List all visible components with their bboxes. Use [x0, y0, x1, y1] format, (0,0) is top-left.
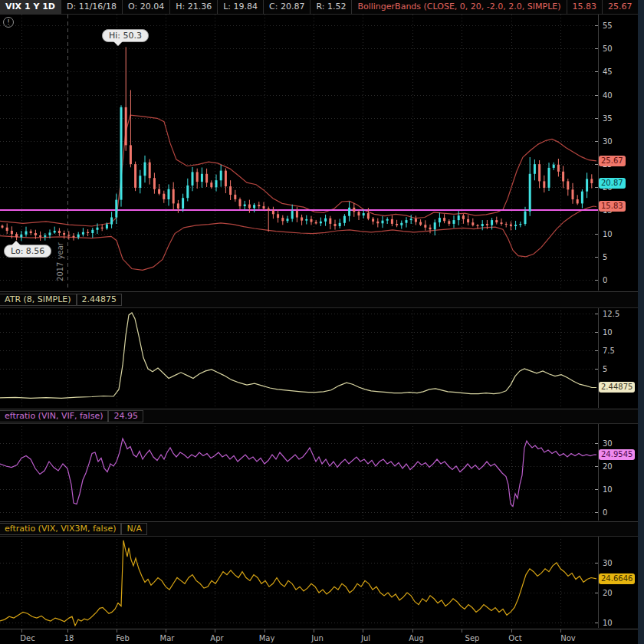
y-tick-label: 10: [603, 328, 613, 337]
indicator-line: [0, 540, 596, 626]
atr-pane-header: ATR (8, SIMPLE) 2.44875: [0, 291, 638, 308]
y-tick-label: 40: [603, 91, 613, 100]
atr-study-label[interactable]: ATR (8, SIMPLE): [0, 294, 77, 306]
atr-study-value: 2.44875: [77, 294, 123, 306]
upper-band-axis-bubble: 25.67: [599, 156, 626, 166]
last-price-axis-bubble: 20.87: [599, 178, 626, 189]
candles-series: [2, 47, 593, 241]
year-divider-label: 2017 year: [56, 238, 64, 287]
high-readout: H: 21.36: [170, 0, 218, 14]
indicator-line: [0, 313, 596, 398]
chart-header-bar: VIX 1 Y 1D D: 11/16/18 O: 20.04 H: 21.36…: [0, 0, 638, 15]
info-icon[interactable]: !: [3, 17, 14, 28]
vix-vix3m-study-value: N/A: [121, 523, 146, 535]
y-tick-label: 20: [603, 462, 613, 471]
y-tick-label: 12.5: [603, 310, 619, 318]
y-tick-label: 5: [603, 253, 607, 261]
low-callout: Lo: 8.56: [4, 245, 51, 258]
y-tick-label: 50: [603, 44, 613, 53]
indicator-line: [0, 439, 596, 507]
vin-vif-study-label[interactable]: eftratio (VIN, VIF, false): [0, 410, 108, 422]
y-tick-label: 55: [603, 21, 613, 30]
bollinger-upper-readout: 25.67: [603, 0, 639, 14]
bollinger-lower-readout: 15.83: [567, 0, 603, 14]
y-tick-label: 30: [603, 439, 613, 448]
y-tick-label: 0: [603, 276, 607, 284]
vin-vif-ratio-pane-header: eftratio (VIN, VIF, false) 24.95: [0, 409, 638, 424]
y-tick-label: 0: [603, 508, 607, 517]
y-tick-label: 10: [603, 485, 613, 494]
y-tick-label: 30: [603, 559, 613, 567]
y-tick-label: 7.5: [603, 347, 615, 355]
atr-axis-bubble: 2.44875: [599, 382, 635, 393]
high-callout: Hi: 50.3: [102, 29, 149, 42]
y-tick-label: 35: [603, 114, 613, 123]
pane-3[interactable]: 102030: [0, 536, 613, 628]
open-readout: O: 20.04: [123, 0, 170, 14]
lower-band-axis-bubble: 15.83: [599, 201, 626, 212]
low-readout: L: 19.84: [218, 0, 264, 14]
y-tick-label: 10: [603, 230, 613, 238]
y-tick-label: 45: [603, 67, 613, 76]
vix-vix3m-axis-bubble: 24.6646: [599, 573, 635, 584]
y-tick-label: 30: [603, 137, 613, 146]
bollinger-lower-band: [0, 206, 596, 270]
range-readout: R: 1.52: [310, 0, 352, 14]
pane-2[interactable]: 0102030: [0, 423, 613, 521]
trading-chart-window: 051015202530354045505557.51012.501020301…: [0, 0, 644, 644]
pane-0[interactable]: 0510152025303540455055: [0, 15, 613, 291]
y-tick-label: 20: [603, 589, 613, 597]
close-readout: C: 20.87: [264, 0, 310, 14]
vix-vix3m-ratio-pane-header: eftratio (VIX, VIX3M, false) N/A: [0, 521, 638, 537]
symbol-timeframe[interactable]: VIX 1 Y 1D: [0, 0, 61, 14]
y-tick-label: 10: [603, 619, 613, 627]
window-edge-strip: [638, 0, 644, 644]
vin-vif-study-value: 24.95: [108, 410, 143, 422]
vin-vif-axis-bubble: 24.9545: [599, 449, 635, 460]
time-axis[interactable]: [0, 629, 638, 644]
y-tick-label: 5: [603, 365, 607, 373]
vix-vix3m-study-label[interactable]: eftratio (VIX, VIX3M, false): [0, 523, 121, 535]
pane-1[interactable]: 57.51012.5: [0, 307, 619, 408]
bollinger-study-label[interactable]: BollingerBands (CLOSE, 0, 20, -2.0, 2.0,…: [352, 0, 567, 14]
date-readout: D: 11/16/18: [61, 0, 123, 14]
chart-canvas[interactable]: 051015202530354045505557.51012.501020301…: [0, 0, 638, 644]
